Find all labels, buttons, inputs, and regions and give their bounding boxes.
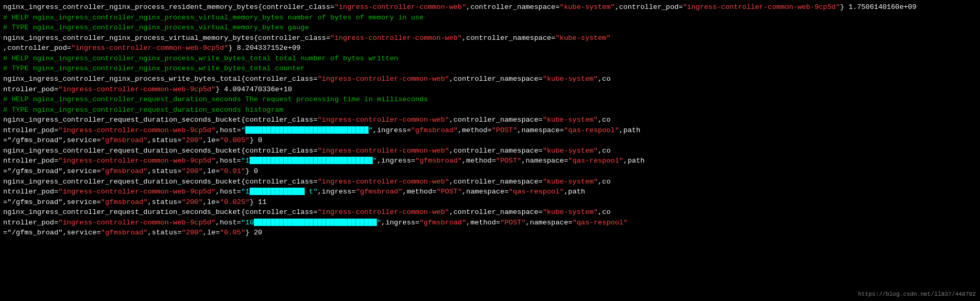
terminal-line: # HELP nginx_ingress_controller_request_… [3, 94, 977, 105]
line-part: ,ingress= [381, 219, 419, 227]
line-part: ="/gfms_broad",service= [3, 229, 101, 236]
terminal-line: # TYPE nginx_ingress_controller_request_… [3, 105, 977, 115]
line-part: ,host= [216, 219, 241, 227]
line-part: ,status= [147, 198, 181, 206]
line-part: ntroller_pod= [3, 219, 58, 227]
line-part: ="/gfms_broad",service= [3, 167, 101, 175]
line-part: "kube-system" [543, 147, 598, 155]
line-part: ,controller_namespace= [449, 178, 543, 186]
line-part: } 8.204337152e+09 [228, 44, 300, 52]
line-part: "ingress-controller-common-web" [318, 75, 449, 83]
line-part: "200" [181, 198, 203, 206]
line-part: ntroller_pod= [3, 85, 58, 93]
line-part: "POST" [492, 126, 518, 134]
line-part: "ingress-controller-common-web" [330, 34, 462, 42]
line-part: ,le= [203, 198, 220, 206]
terminal-line: nginx_ingress_controller_request_duratio… [3, 177, 977, 187]
line-part: # HELP nginx_ingress_controller_request_… [3, 95, 428, 103]
line-part: "gfmsbroad" [415, 157, 462, 165]
line-part: "gfmsbroad" [356, 188, 402, 196]
line-part: ,le= [203, 136, 220, 144]
line-part: ,method= [458, 126, 492, 134]
terminal-line: # TYPE nginx_ingress_controller_nginx_pr… [3, 23, 977, 33]
line-part: ,controller_namespace= [449, 208, 543, 216]
line-part: ,status= [147, 136, 181, 144]
line-part: ,ingress= [373, 126, 411, 134]
line-part: ,controller_namespace= [466, 3, 559, 11]
line-part: "gfmsbroad" [101, 229, 147, 236]
line-part: # HELP nginx_ingress_controller_nginx_pr… [3, 14, 424, 22]
line-part: ,path [623, 157, 645, 165]
line-part: nginx_ingress_controller_nginx_process_r… [3, 3, 335, 11]
terminal-line: ="/gfms_broad",service="gfmsbroad",statu… [3, 228, 977, 238]
line-part: "200" [181, 167, 203, 175]
line-part: "kube-system" [543, 116, 598, 124]
line-part: "ingress-controller-common-web" [318, 178, 449, 186]
terminal-line: nginx_ingress_controller_nginx_process_w… [3, 74, 977, 84]
line-part: } 0 [250, 136, 262, 144]
line-part: "1█████████████████████████████" [241, 157, 377, 165]
line-part: ,ingress= [377, 157, 415, 165]
line-part: ,controller_namespace= [449, 75, 543, 83]
line-part: ,method= [403, 188, 437, 196]
terminal-window: nginx_ingress_controller_nginx_process_r… [0, 0, 980, 301]
line-part: "ingress-controller-common-web-9cp5d" [58, 126, 216, 134]
line-part: ,host= [216, 126, 241, 134]
line-part: ntroller_pod= [3, 188, 58, 196]
line-part: ,namespace= [462, 188, 509, 196]
line-part: "0.01" [220, 167, 245, 175]
line-part: ,ingress= [318, 188, 356, 196]
terminal-line: nginx_ingress_controller_nginx_process_v… [3, 33, 977, 44]
line-part: ,host= [216, 188, 241, 196]
terminal-line: ,controller_pod="ingress-controller-comm… [3, 43, 977, 53]
line-part: "ingress-controller-common-web" [318, 208, 449, 216]
line-part: "gfmsbroad" [411, 126, 458, 134]
line-part: "POST" [500, 219, 526, 227]
line-part: ,le= [203, 229, 220, 236]
line-part: nginx_ingress_controller_request_duratio… [3, 178, 318, 186]
line-part: nginx_ingress_controller_request_duratio… [3, 147, 318, 155]
line-part: "gfmsbroad" [101, 198, 147, 206]
line-part: "ingress-controller-common-web-9cp5d" [58, 85, 216, 93]
line-part: # HELP nginx_ingress_controller_nginx_pr… [3, 55, 398, 62]
line-part: ,co [598, 75, 610, 83]
line-part: "ingress-controller-common-web" [335, 3, 466, 11]
terminal-line: nginx_ingress_controller_request_duratio… [3, 146, 977, 156]
line-part: ,method= [466, 219, 500, 227]
line-part: ,controller_namespace= [449, 147, 543, 155]
terminal-line: ="/gfms_broad",service="gfmsbroad",statu… [3, 166, 977, 177]
line-part: "POST" [496, 157, 522, 165]
line-part: "ingress-controller-common-web-9cp5d" [58, 157, 216, 165]
line-part: "gfmsbroad" [101, 167, 147, 175]
line-part: "qas-respool" [568, 157, 623, 165]
line-part: } 1.7506140160e+09 [840, 3, 917, 11]
line-part: "ingress-controller-common-web-9cp5d" [58, 219, 216, 227]
line-part: } 4.0947470336e+10 [216, 85, 292, 93]
line-part: "█████████████████████████████" [241, 126, 373, 134]
line-part: "kube-system" [559, 3, 615, 11]
line-part: ntroller_pod= [3, 157, 58, 165]
terminal-line: ntroller_pod="ingress-controller-common-… [3, 218, 977, 228]
line-part: "1█████████████ t" [241, 188, 318, 196]
terminal-line: ntroller_pod="ingress-controller-common-… [3, 156, 977, 166]
line-part: "kube-system" [543, 208, 598, 216]
terminal-line: nginx_ingress_controller_nginx_process_r… [3, 2, 977, 13]
terminal-line: nginx_ingress_controller_request_duratio… [3, 207, 977, 218]
terminal-line: ntroller_pod="ingress-controller-common-… [3, 84, 977, 95]
line-part: "0.05" [220, 229, 245, 236]
line-part: ,namespace= [517, 126, 564, 134]
line-part: "ingress-controller-common-web-9cp5d" [71, 44, 229, 52]
line-part: ,controller_namespace= [462, 34, 555, 42]
terminal-line: # TYPE nginx_ingress_controller_nginx_pr… [3, 63, 977, 74]
line-part: "POST" [436, 188, 462, 196]
line-part: ="/gfms_broad",service= [3, 136, 101, 144]
line-part: } 11 [250, 198, 266, 206]
line-part: "ingress-controller-common-web" [318, 116, 449, 124]
line-part: ,namespace= [521, 157, 568, 165]
line-part: ,co [598, 116, 610, 124]
line-part: "kube-system" [543, 178, 598, 186]
line-part: ,method= [462, 157, 496, 165]
line-part: "gfmsbroad" [419, 219, 466, 227]
line-part: "200" [181, 229, 203, 236]
line-part: ,co [598, 208, 610, 216]
